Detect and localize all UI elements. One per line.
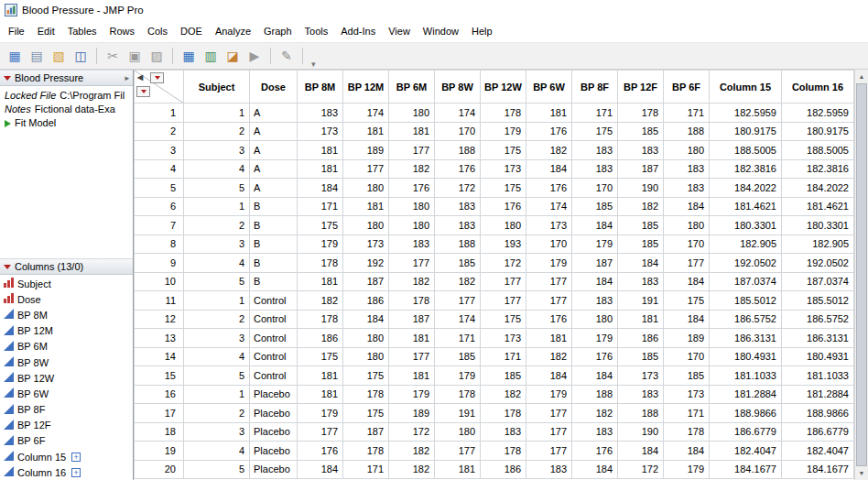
cell-column-15[interactable]: 188.9866 xyxy=(710,404,782,423)
column-item-bp-12m[interactable]: BP 12M xyxy=(0,323,133,339)
row-number[interactable]: 8 xyxy=(135,235,184,254)
cell-bp-8f[interactable]: 184 xyxy=(572,366,618,386)
cell-bp-12f[interactable]: 185 xyxy=(618,347,664,366)
script-run-icon[interactable] xyxy=(5,120,11,127)
cell-bp-8f[interactable]: 179 xyxy=(572,329,618,348)
save-file-button[interactable]: ◫ xyxy=(71,46,91,66)
cell-bp-6w[interactable]: 177 xyxy=(526,272,572,291)
table-script-fit-model[interactable]: Fit Model xyxy=(5,116,128,130)
collapse-panel-icon[interactable] xyxy=(137,73,143,82)
row-number[interactable]: 9 xyxy=(135,254,184,273)
cell-subject[interactable]: 1 xyxy=(184,104,250,123)
cell-bp-12m[interactable]: 177 xyxy=(343,159,389,179)
cell-subject[interactable]: 2 xyxy=(184,122,250,141)
cell-bp-6f[interactable]: 178 xyxy=(664,422,710,442)
panel-collapse-icon[interactable] xyxy=(125,73,129,82)
cell-bp-8w[interactable]: 177 xyxy=(435,291,481,311)
row-number[interactable]: 6 xyxy=(135,197,184,216)
selection-tool-button[interactable]: ▶ xyxy=(244,46,265,66)
cell-bp-12f[interactable]: 181 xyxy=(618,310,664,329)
cell-bp-12m[interactable]: 181 xyxy=(343,122,389,141)
row-number[interactable]: 2 xyxy=(135,122,184,141)
cell-dose[interactable]: Placebo xyxy=(250,385,298,404)
column-header-dose[interactable]: Dose xyxy=(250,71,298,104)
column-item-bp-6m[interactable]: BP 6M xyxy=(0,339,133,355)
cell-subject[interactable]: 2 xyxy=(184,310,250,329)
cell-dose[interactable]: Control xyxy=(250,291,298,311)
row-number[interactable]: 10 xyxy=(135,272,184,291)
cell-column-15[interactable]: 186.5752 xyxy=(710,310,782,329)
cell-dose[interactable]: A xyxy=(250,141,298,160)
cell-bp-12f[interactable]: 185 xyxy=(618,235,664,254)
cell-bp-12w[interactable]: 173 xyxy=(481,159,526,179)
cell-bp-12m[interactable]: 178 xyxy=(343,442,389,461)
table-panel-header[interactable]: Blood Pressure xyxy=(0,70,133,86)
row-number[interactable]: 12 xyxy=(135,310,184,329)
menu-item-file[interactable]: File xyxy=(2,23,31,39)
cell-bp-6w[interactable]: 177 xyxy=(526,422,572,442)
cell-bp-12w[interactable]: 180 xyxy=(481,216,526,235)
cell-subject[interactable]: 4 xyxy=(184,442,250,461)
cell-dose[interactable]: Control xyxy=(250,329,298,348)
menu-item-analyze[interactable]: Analyze xyxy=(209,23,257,39)
cell-bp-12w[interactable]: 172 xyxy=(481,254,526,273)
cell-bp-6f[interactable]: 184 xyxy=(664,197,710,216)
menu-item-rows[interactable]: Rows xyxy=(103,23,142,39)
cell-bp-6f[interactable]: 184 xyxy=(664,442,710,461)
scroll-down-button[interactable] xyxy=(855,466,868,480)
cell-bp-6m[interactable]: 187 xyxy=(389,310,435,329)
cell-dose[interactable]: A xyxy=(250,122,298,141)
row-number[interactable]: 1 xyxy=(135,104,184,123)
cell-bp-6f[interactable]: 185 xyxy=(664,366,710,386)
cell-bp-6m[interactable]: 177 xyxy=(389,347,435,366)
cell-bp-6f[interactable]: 171 xyxy=(664,404,710,423)
cell-bp-8w[interactable]: 188 xyxy=(435,141,481,160)
column-header-column-16[interactable]: Column 16 xyxy=(782,71,854,104)
cell-bp-6w[interactable]: 176 xyxy=(526,179,572,198)
cell-bp-12w[interactable]: 183 xyxy=(481,422,526,442)
cell-subject[interactable]: 3 xyxy=(184,422,250,442)
cell-bp-12f[interactable]: 184 xyxy=(618,254,664,273)
column-header-column-15[interactable]: Column 15 xyxy=(710,71,782,104)
cell-bp-8w[interactable]: 170 xyxy=(435,122,481,141)
cell-bp-12w[interactable]: 179 xyxy=(481,122,526,141)
cell-bp-8w[interactable]: 179 xyxy=(435,366,481,386)
row-number[interactable]: 4 xyxy=(135,159,184,179)
cell-bp-8m[interactable]: 181 xyxy=(298,385,343,404)
cell-bp-6w[interactable]: 182 xyxy=(526,141,572,160)
row-number[interactable]: 17 xyxy=(135,404,184,423)
cell-bp-6f[interactable]: 184 xyxy=(664,310,710,329)
scroll-up-button[interactable] xyxy=(855,70,868,83)
menu-item-tools[interactable]: Tools xyxy=(298,23,335,39)
cell-column-16[interactable]: 188.5005 xyxy=(782,141,854,160)
cell-column-15[interactable]: 184.2022 xyxy=(710,179,782,198)
cell-column-16[interactable]: 181.1033 xyxy=(782,366,854,386)
cell-bp-12m[interactable]: 174 xyxy=(343,104,389,123)
cell-dose[interactable]: Control xyxy=(250,310,298,329)
cell-column-15[interactable]: 180.9175 xyxy=(710,122,782,141)
column-item-bp-6w[interactable]: BP 6W xyxy=(0,386,133,401)
cell-column-16[interactable]: 184.1677 xyxy=(782,460,854,479)
column-item-column-16[interactable]: Column 16+ xyxy=(0,464,133,480)
columns-panel-menu-icon[interactable] xyxy=(4,265,11,269)
row-number[interactable]: 19 xyxy=(135,442,184,461)
cell-bp-8w[interactable]: 185 xyxy=(435,254,481,273)
column-item-dose[interactable]: Dose xyxy=(0,291,133,307)
cell-bp-12f[interactable]: 183 xyxy=(618,272,664,291)
cell-bp-6w[interactable]: 184 xyxy=(526,159,572,179)
cell-column-15[interactable]: 192.0502 xyxy=(710,254,782,273)
cell-bp-12m[interactable]: 175 xyxy=(343,404,389,423)
cell-bp-6f[interactable]: 184 xyxy=(664,272,710,291)
cell-bp-8w[interactable]: 191 xyxy=(435,404,481,423)
cell-bp-6f[interactable]: 170 xyxy=(664,235,710,254)
cell-bp-6m[interactable]: 172 xyxy=(389,422,435,442)
cell-bp-6m[interactable]: 183 xyxy=(389,235,435,254)
row-number[interactable]: 5 xyxy=(135,179,184,198)
row-number[interactable]: 15 xyxy=(135,366,184,386)
cell-dose[interactable]: B xyxy=(250,272,298,291)
cell-column-16[interactable]: 184.2022 xyxy=(782,179,854,198)
cell-bp-8m[interactable]: 177 xyxy=(298,422,343,442)
cell-bp-6w[interactable]: 179 xyxy=(526,254,572,273)
paste-button[interactable]: ▨ xyxy=(146,46,167,66)
row-number[interactable]: 13 xyxy=(135,329,184,348)
